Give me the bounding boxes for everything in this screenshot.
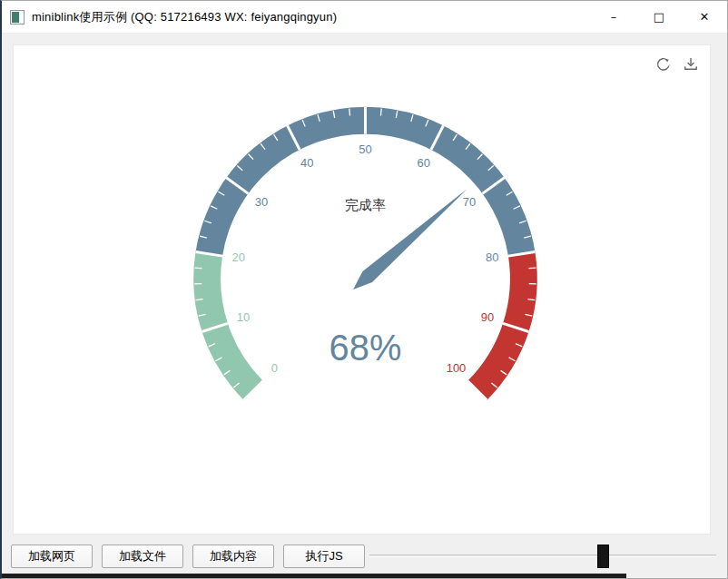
svg-text:68%: 68% bbox=[330, 328, 402, 368]
content-area: 0102030405060708090100完成率68% bbox=[2, 34, 727, 535]
maximize-button[interactable]: □ bbox=[636, 1, 682, 33]
svg-text:100: 100 bbox=[447, 362, 467, 376]
app-icon bbox=[10, 10, 25, 25]
svg-text:10: 10 bbox=[237, 310, 250, 324]
svg-text:60: 60 bbox=[418, 156, 430, 170]
svg-text:0: 0 bbox=[271, 362, 278, 376]
button-row: 加载网页 加载文件 加载内容 执行JS bbox=[11, 545, 365, 568]
save-image-download-icon[interactable] bbox=[683, 56, 699, 73]
svg-text:40: 40 bbox=[300, 156, 313, 170]
bottom-toolbar: 加载网页 加载文件 加载内容 执行JS bbox=[2, 535, 727, 578]
window-controls: – □ ✕ bbox=[591, 1, 727, 33]
close-button[interactable]: ✕ bbox=[682, 1, 727, 33]
slider-groove[interactable] bbox=[369, 554, 716, 557]
minimize-button[interactable]: – bbox=[591, 1, 636, 33]
svg-text:80: 80 bbox=[486, 250, 498, 264]
load-webpage-button[interactable]: 加载网页 bbox=[11, 545, 93, 568]
app-window: miniblink使用示例 (QQ: 517216493 WX: feiyang… bbox=[0, 0, 728, 579]
slider-handle[interactable] bbox=[597, 545, 609, 568]
svg-text:20: 20 bbox=[232, 250, 245, 264]
gauge-chart: 0102030405060708090100完成率68% bbox=[14, 45, 710, 534]
window-title: miniblink使用示例 (QQ: 517216493 WX: feiyang… bbox=[32, 9, 337, 25]
svg-text:30: 30 bbox=[255, 195, 268, 209]
restore-icon[interactable] bbox=[655, 56, 672, 73]
chart-panel: 0102030405060708090100完成率68% bbox=[13, 44, 711, 535]
load-file-button[interactable]: 加载文件 bbox=[102, 545, 183, 568]
load-content-button[interactable]: 加载内容 bbox=[192, 545, 274, 568]
execute-js-button[interactable]: 执行JS bbox=[283, 545, 365, 568]
value-slider bbox=[369, 535, 716, 578]
svg-text:90: 90 bbox=[481, 310, 494, 324]
titlebar: miniblink使用示例 (QQ: 517216493 WX: feiyang… bbox=[2, 1, 727, 34]
svg-text:50: 50 bbox=[359, 142, 371, 156]
chart-toolbox bbox=[655, 56, 699, 73]
svg-text:70: 70 bbox=[463, 195, 476, 209]
svg-text:完成率: 完成率 bbox=[345, 197, 386, 212]
window-bottom-shadow bbox=[2, 574, 626, 578]
